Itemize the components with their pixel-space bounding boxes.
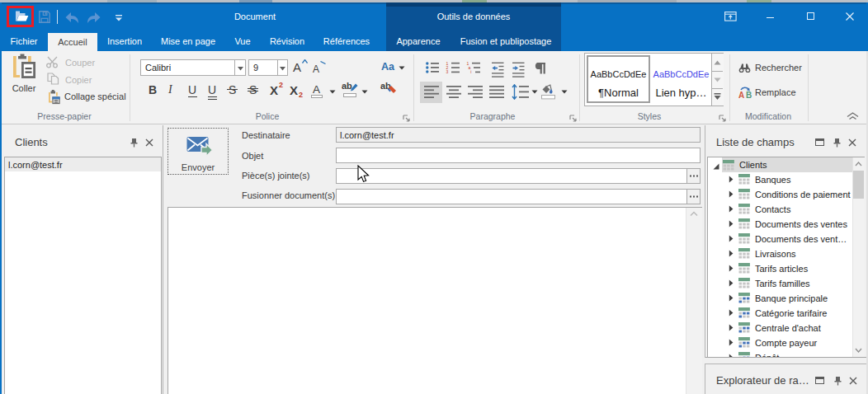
svg-text:A: A: [738, 91, 744, 99]
svg-text:3: 3: [446, 69, 449, 74]
svg-text:i: i: [470, 69, 471, 74]
svg-text:B: B: [746, 91, 752, 99]
